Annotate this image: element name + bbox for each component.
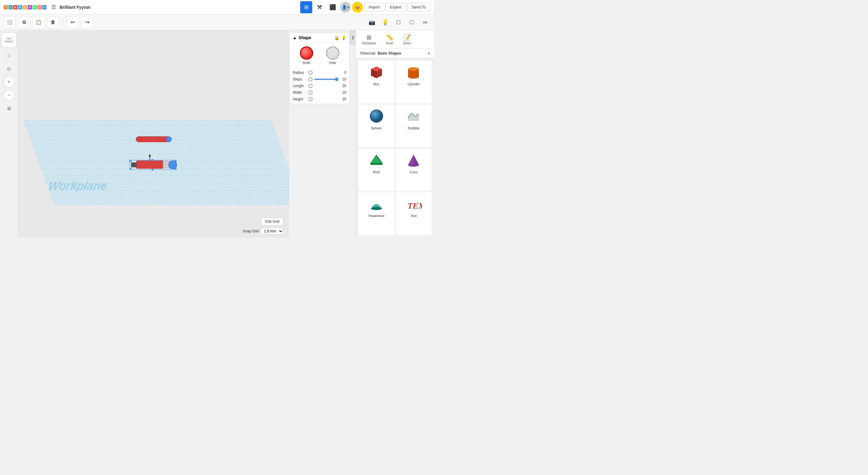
grid-view-button[interactable]: ⊞ [300, 1, 312, 13]
zoom-in-button[interactable]: + [4, 76, 14, 87]
shape-text[interactable]: TEXT Text [396, 192, 432, 235]
svg-rect-48 [152, 169, 153, 170]
add-user-button[interactable]: 👤+ [340, 2, 351, 13]
cone-thumb [404, 151, 423, 169]
workplane-tab-label: Workplane [362, 41, 376, 45]
steps-thumb [335, 77, 338, 81]
cylinder-label: Cylinder [407, 82, 420, 86]
notes-tab-icon: 📝 [403, 34, 411, 41]
shape-panel-header: ▲ Shape 🔒 💡 [290, 33, 349, 43]
panel-collapse-button[interactable]: ❯ [350, 30, 355, 44]
zoom-out-button[interactable]: − [4, 90, 14, 101]
shape-cone[interactable]: Cone [396, 149, 432, 191]
snap-grid-label: Snap Grid [243, 229, 259, 233]
edit-grid-button[interactable]: Edit Grid [261, 218, 283, 225]
workplane-container: Workplane [24, 39, 289, 238]
shape-scribble[interactable]: Scribble [396, 104, 432, 147]
project-name[interactable]: Brilliant Fyyran [60, 5, 297, 10]
tab-ruler[interactable]: 📏 Ruler [384, 33, 396, 46]
logo-d: D [42, 5, 46, 9]
logo-n: N [13, 5, 18, 9]
logo-e: E [23, 5, 27, 9]
steps-value: 10 [340, 77, 346, 82]
tab-notes[interactable]: 📝 Notes [401, 33, 413, 46]
svg-rect-46 [175, 168, 176, 170]
shape-paraboloid[interactable]: Paraboloid [358, 192, 395, 235]
solid-label: Solid [303, 61, 310, 64]
bulb-icon[interactable]: 💡 [341, 35, 346, 40]
steps-slider[interactable] [314, 79, 338, 80]
dropdown-arrow-icon[interactable]: ▼ [427, 52, 430, 55]
polygon-button[interactable]: ⬡ [393, 17, 404, 28]
paraboloid-thumb [367, 195, 385, 213]
logo-a2: A [37, 5, 41, 9]
length-circle[interactable] [308, 84, 313, 88]
shape-roof[interactable]: Roof [358, 149, 395, 191]
svg-point-34 [166, 136, 172, 142]
tab-workplane[interactable]: ⊞ Workplane [360, 33, 379, 46]
tools-button[interactable]: ⚒ [313, 1, 326, 13]
radius-circle[interactable] [308, 70, 313, 75]
width-circle[interactable] [308, 90, 313, 95]
logo-k: K [18, 5, 22, 9]
camera-button[interactable]: 📷 [367, 17, 377, 28]
width-label: Width [293, 90, 307, 95]
box-label: Box [373, 82, 379, 86]
home-view-button[interactable]: ⌂ [4, 50, 14, 61]
hole-option[interactable]: Hole [326, 46, 339, 64]
svg-point-56 [370, 109, 383, 123]
undo-button[interactable]: ↩ [67, 16, 79, 28]
redo-button[interactable]: ↪ [81, 16, 93, 28]
toolbar-divider-1 [63, 18, 63, 27]
shape-box[interactable]: Box [358, 61, 395, 103]
copy-button[interactable]: ⧉ [18, 16, 30, 28]
text-thumb: TEXT [404, 195, 423, 213]
paste-button[interactable]: 📋 [33, 16, 44, 28]
packages-button[interactable]: ⬛ [327, 1, 339, 13]
scribble-label: Scribble [407, 126, 420, 130]
shapes-grid: Box Cylinder [356, 58, 434, 238]
upper-cylinder-group[interactable] [136, 136, 172, 142]
canvas-area[interactable]: Workplane [18, 30, 289, 238]
logo-c2: C [33, 5, 37, 9]
param-steps: Steps 10 [293, 77, 346, 82]
solid-option[interactable]: Solid [300, 46, 313, 64]
logo-t: T [4, 5, 8, 9]
user-avatar[interactable]: 🐱 [352, 2, 363, 13]
sphere-thumb [367, 107, 385, 125]
category-source-label: Tinkercad [360, 51, 375, 56]
box-thumb [367, 63, 385, 81]
category-name[interactable]: Basic Shapes [378, 51, 425, 56]
view-cube-top-label: TOP [6, 37, 11, 40]
lock-icon[interactable]: 🔒 [334, 35, 339, 40]
height-circle[interactable] [308, 97, 313, 101]
light-button[interactable]: 💡 [380, 17, 391, 28]
export-button[interactable]: Export [385, 3, 406, 11]
view-cube[interactable]: TOP FRONT [1, 33, 17, 48]
menu-icon[interactable]: ☰ [51, 4, 56, 10]
fit-view-button[interactable]: ⊙ [4, 63, 14, 74]
sphere-label: Sphere [371, 126, 381, 130]
snap-grid-select[interactable]: 1.0 mm 0.5 mm 0.1 mm [261, 228, 283, 234]
radius-label: Radius [293, 70, 307, 75]
shape-sphere[interactable]: Sphere [358, 104, 395, 147]
width-value: 20 [340, 90, 346, 95]
svg-rect-43 [130, 160, 131, 162]
height-value: 20 [340, 97, 346, 101]
svg-rect-47 [152, 159, 153, 161]
tinkercad-logo[interactable]: T I N K E R C A D [4, 5, 46, 9]
shape-cylinder[interactable]: Cylinder [396, 61, 432, 103]
new-shape-button[interactable]: ⬜ [4, 16, 16, 28]
svg-marker-63 [413, 155, 419, 165]
steps-circle[interactable] [308, 77, 313, 82]
settings-button[interactable]: ⚙ [4, 103, 14, 114]
svg-point-33 [136, 136, 141, 142]
group-button[interactable]: ⬡ [406, 17, 417, 28]
import-button[interactable]: Import [364, 3, 384, 11]
mirror-button[interactable]: ⇔ [420, 17, 430, 28]
send-to-button[interactable]: Send To [407, 3, 430, 11]
hole-label: Hole [329, 61, 336, 64]
shape-panel-collapse[interactable]: ▲ [293, 35, 297, 40]
delete-button[interactable]: 🗑 [47, 16, 59, 28]
param-length: Length 20 [293, 84, 346, 88]
